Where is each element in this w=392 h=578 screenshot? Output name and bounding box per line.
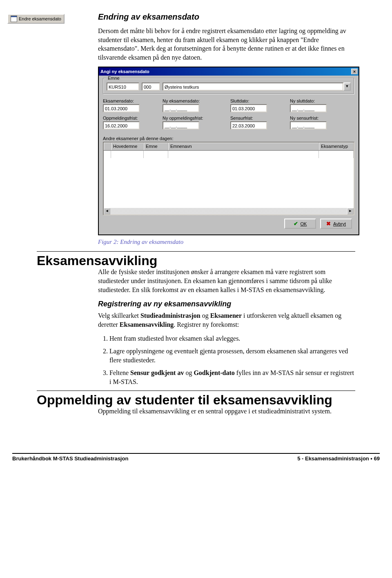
table-header-eksamenstype[interactable]: Eksamenstyp bbox=[319, 143, 354, 150]
scroll-left-button[interactable]: ◄ bbox=[104, 208, 110, 214]
x-icon: ✖ bbox=[326, 221, 331, 227]
footer-left: Brukerhåndbok M-STAS Studieadministrasjo… bbox=[12, 455, 128, 462]
section2-para1: Alle de fysiske steder institusjonen øns… bbox=[98, 268, 355, 294]
list-item-3: Feltene Sensur godkjent av og Godkjent-d… bbox=[109, 368, 355, 386]
oppmeldingsfrist-field[interactable]: 16.02.2000 bbox=[103, 121, 140, 129]
ok-button-label: OK bbox=[301, 221, 307, 226]
oppmelding-heading: Oppmelding av studenter til eksamensavvi… bbox=[37, 391, 355, 408]
list-item-2: Lagre opplysningene og eventuelt gjenta … bbox=[109, 347, 355, 364]
scroll-track[interactable] bbox=[110, 208, 347, 214]
ny-sensurfrist-field[interactable]: __.__.____ bbox=[290, 121, 327, 129]
table-header-emne[interactable]: Emne bbox=[144, 143, 168, 150]
list-item-1: Hent fram studiested hvor eksamen skal a… bbox=[109, 334, 355, 343]
footer-right: 5 - Eksamensadministrasjon • 69 bbox=[297, 455, 380, 462]
dialog-title: Angi ny eksamensdato bbox=[100, 69, 149, 74]
emne-dropdown-button[interactable]: ▼ bbox=[343, 83, 351, 91]
sluttdato-field[interactable]: 01.03.2000 bbox=[230, 104, 267, 112]
horizontal-scrollbar[interactable]: ◄ ► bbox=[104, 208, 354, 214]
ny-eksamensdato-label: Ny eksamensdato: bbox=[163, 98, 220, 103]
avbryt-button-label: Avbryt bbox=[333, 221, 346, 226]
close-icon[interactable]: × bbox=[351, 69, 358, 74]
oppmeldingsfrist-label: Oppmeldingsfrist: bbox=[103, 116, 152, 121]
andre-eksamener-label: Andre eksamener på denne dagen: bbox=[103, 136, 354, 141]
figure2-caption: Figur 2: Endring av eksamensdato bbox=[98, 239, 355, 245]
sluttdato-label: Sluttdato: bbox=[230, 98, 279, 103]
emne-legend: Emne bbox=[107, 76, 121, 80]
table-row bbox=[104, 151, 354, 158]
dialog-titlebar: Angi ny eksamensdato × bbox=[99, 67, 359, 76]
ny-eksamensdato-field[interactable]: __.__.____ bbox=[163, 104, 199, 112]
section2-para2: Velg skillearket Studieadministrasjon og… bbox=[98, 311, 355, 329]
emnenavn-field[interactable]: Øysteins testkurs bbox=[163, 83, 343, 91]
section1-para1: Dersom det måtte bli behov for å endre r… bbox=[98, 27, 355, 62]
sensurfrist-field[interactable]: 22.03.2000 bbox=[230, 121, 267, 129]
table-header-emnenavn[interactable]: Emnenavn bbox=[168, 143, 319, 150]
ny-oppmeldingsfrist-field[interactable]: __.__.____ bbox=[163, 121, 199, 129]
endre-eksamensdato-button-image: Endre eksamensdato bbox=[7, 14, 65, 24]
table-header-hovedemne[interactable]: Hovedemne bbox=[111, 143, 144, 150]
avbryt-button[interactable]: ✖ Avbryt bbox=[320, 219, 352, 229]
sensurfrist-label: Sensurfrist: bbox=[230, 116, 279, 121]
ny-sluttdato-label: Ny sluttdato: bbox=[290, 98, 347, 103]
eksamensavvikling-heading: Eksamensavvikling bbox=[37, 251, 355, 268]
calendar-icon bbox=[11, 16, 17, 22]
emneversjon-field[interactable]: 000 bbox=[142, 83, 160, 91]
section3-para1: Oppmelding til eksamensavvikling er en s… bbox=[98, 407, 355, 416]
endre-eksamensdato-button-label: Endre eksamensdato bbox=[19, 16, 61, 22]
section1-title: Endring av eksamensdato bbox=[98, 12, 355, 22]
scroll-right-button[interactable]: ► bbox=[347, 208, 354, 214]
ny-oppmeldingsfrist-label: Ny oppmeldingsfrist: bbox=[163, 116, 220, 121]
check-icon: ✔ bbox=[294, 221, 298, 227]
ny-sluttdato-field[interactable]: __.__.____ bbox=[290, 104, 327, 112]
angi-ny-eksamensdato-dialog: Angi ny eksamensdato × Emne KURS10 000 Ø… bbox=[98, 67, 359, 235]
ny-sensurfrist-label: Ny sensurfrist: bbox=[290, 116, 347, 121]
andre-eksamener-table: Hovedemne Emne Emnenavn Eksamenstyp ◄ bbox=[103, 142, 354, 215]
emne-groupbox: Emne KURS10 000 Øysteins testkurs ▼ bbox=[103, 78, 354, 94]
registrering-subheading: Registrering av ny eksamensavvikling bbox=[98, 299, 355, 309]
emnekode-field[interactable]: KURS10 bbox=[107, 83, 139, 91]
table-header-select[interactable] bbox=[104, 143, 111, 150]
eksamensdato-field[interactable]: 01.03.2000 bbox=[103, 104, 140, 112]
ok-button[interactable]: ✔ OK bbox=[284, 219, 316, 229]
eksamensdato-label: Eksamensdato: bbox=[103, 98, 152, 103]
